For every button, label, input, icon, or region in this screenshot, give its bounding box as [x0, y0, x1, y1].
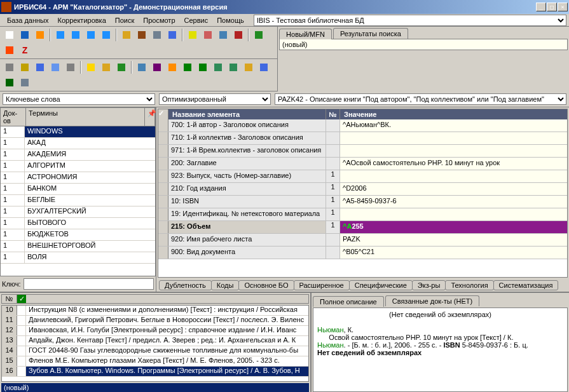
books-icon[interactable]	[135, 28, 149, 42]
menu-просмотр[interactable]: Просмотр	[139, 15, 179, 25]
tool4-icon[interactable]	[48, 60, 62, 74]
terms-grid[interactable]: 1WINDOWS1АКАД1АКАДЕМИЯ1АЛГОРИТМ1АСТРОНОМ…	[0, 126, 156, 276]
menu-корректировка[interactable]: Корректировка	[53, 15, 111, 25]
undo-icon[interactable]	[33, 28, 47, 42]
tool19-icon[interactable]	[18, 76, 32, 90]
tool11-icon[interactable]	[165, 60, 179, 74]
tool1-icon[interactable]	[3, 60, 17, 74]
tool9-icon[interactable]	[135, 60, 149, 74]
tool7-icon[interactable]	[99, 60, 113, 74]
first-icon[interactable]	[53, 28, 67, 42]
term-row[interactable]: 1АЛГОРИТМ	[1, 161, 155, 172]
save-icon[interactable]	[18, 28, 32, 42]
term-row[interactable]: 1БЮДЖЕТОВ	[1, 229, 155, 241]
worksheet-tab[interactable]: Экз-ры	[412, 280, 446, 290]
field-row[interactable]: 923: Выпуск, часть (Номер-заглавие)1	[158, 170, 567, 183]
rec-header-check-icon[interactable]: ✓	[17, 295, 26, 303]
worksheet-select[interactable]: PAZK42 - Описание книги "Под автором", "…	[275, 93, 566, 105]
field-row[interactable]: 900: Вид документа^B05^C21	[158, 247, 567, 259]
menu-сервис[interactable]: Сервис	[180, 15, 213, 25]
field-row[interactable]: 215: Объем1^A255	[158, 221, 567, 234]
term-row[interactable]: 1ВНЕШНЕТОРГОВОЙ	[1, 241, 155, 252]
field-row[interactable]: 10: ISBN1^A5-8459-0937-6	[158, 196, 567, 208]
tool10-icon[interactable]	[150, 60, 164, 74]
record-row[interactable]: 16Зубов А.В. Компьютер. Windows. Програм…	[2, 367, 308, 377]
tool8-icon[interactable]	[114, 60, 128, 74]
term-row[interactable]: 1БЫТОВОГО	[1, 218, 155, 229]
menu-поиск[interactable]: Поиск	[111, 15, 139, 25]
record-row[interactable]: 13Апдайк, Джон. Кентавр [Текст] / предис…	[2, 336, 308, 346]
cut-icon[interactable]	[201, 28, 215, 42]
worksheet-tab[interactable]: Систематизация	[493, 280, 559, 290]
fields-grid[interactable]: ✓ Название элемента № Значение 700: 1-й …	[158, 109, 568, 278]
field-row[interactable]: 700: 1-й автор - Заголовок описания^AНью…	[158, 119, 567, 132]
pin-icon[interactable]: 📌	[145, 108, 155, 126]
print-icon[interactable]	[150, 28, 164, 42]
field-row[interactable]: 19: Идентификац. № нетекстового материал…	[158, 208, 567, 221]
preview-icon[interactable]	[165, 28, 179, 42]
tool14-icon[interactable]	[211, 60, 225, 74]
tab-search-results[interactable]: Результаты поиска	[333, 28, 408, 39]
worksheet-tab[interactable]: Расширенное	[294, 280, 350, 290]
next-icon[interactable]	[84, 28, 98, 42]
field-row[interactable]: 210: Год издания1^D2006	[158, 183, 567, 196]
tool5-icon[interactable]	[64, 60, 78, 74]
copy-icon[interactable]	[186, 28, 200, 42]
prev-icon[interactable]	[69, 28, 83, 42]
term-row[interactable]: 1БУХГАЛТЕРСКИЙ	[1, 206, 155, 218]
tab-related-docs[interactable]: Связанные док-ты (НЕТ)	[385, 295, 479, 306]
view-mode-select[interactable]: Оптимизированный	[159, 93, 271, 105]
minimize-button[interactable]: _	[536, 3, 546, 11]
term-row[interactable]: 1АКАДЕМИЯ	[1, 149, 155, 161]
field-row[interactable]: 200: Заглавие^AОсвой самостоятельно PHP.…	[158, 158, 567, 170]
worksheet-tab[interactable]: Технология	[445, 280, 493, 290]
term-row[interactable]: 1ВОЛЯ	[1, 252, 155, 264]
tool16-icon[interactable]	[242, 60, 256, 74]
term-row[interactable]: 1WINDOWS	[1, 126, 155, 138]
menu-помощь[interactable]: Помощь	[212, 15, 249, 25]
field-row[interactable]: 710: 1-й коллектив - Заголовок описания	[158, 132, 567, 145]
last-icon[interactable]	[99, 28, 113, 42]
rec-header-num[interactable]: №	[2, 295, 17, 303]
record-row[interactable]: 14ГОСТ 20448-90 Газы углеводородные сжиж…	[2, 346, 308, 356]
worksheet-tab[interactable]: Специфические	[349, 280, 413, 290]
record-row[interactable]: 15Фленов М.Е. Компьютер глазами Хакера […	[2, 356, 308, 367]
z-icon[interactable]: Z	[18, 43, 32, 57]
book-icon[interactable]	[120, 28, 134, 42]
field-row[interactable]: 971: 1-й Врем.коллектив - заголовок опис…	[158, 145, 567, 158]
worksheet-tab[interactable]: Основное БО	[238, 280, 294, 290]
close-button[interactable]: ×	[558, 3, 568, 11]
records-grid[interactable]: 10Инструкция N8 (с изменениями и дополне…	[1, 305, 309, 382]
key-input[interactable]	[24, 278, 154, 290]
worksheet-tab[interactable]: Коды	[211, 280, 240, 290]
database-select[interactable]: IBIS - Тестовая библиотечная БД	[254, 15, 566, 26]
field-row[interactable]: 920: Имя рабочего листаPAZK	[158, 234, 567, 247]
tab-new-mfn[interactable]: Новый/MFN	[279, 29, 332, 39]
search-mode-select[interactable]: Ключевые слова	[3, 93, 155, 105]
term-row[interactable]: 1БЕГЛЫЕ	[1, 195, 155, 206]
new-icon[interactable]	[3, 28, 17, 42]
tab-full-description[interactable]: Полное описание	[313, 296, 384, 307]
term-row[interactable]: 1БАНКОМ	[1, 184, 155, 195]
tool18-icon[interactable]	[3, 76, 17, 90]
tool6-icon[interactable]	[84, 60, 98, 74]
maximize-button[interactable]: □	[547, 3, 557, 11]
record-row[interactable]: 10Инструкция N8 (с изменениями и дополне…	[2, 306, 308, 316]
spell-icon[interactable]	[3, 43, 17, 57]
tool12-icon[interactable]	[181, 60, 195, 74]
globe-icon[interactable]	[252, 28, 266, 42]
record-row[interactable]: 12Ивановская, И.Н. Голуби [Электронный р…	[2, 326, 308, 336]
menu-база данных[interactable]: База данных	[3, 15, 53, 25]
paste-icon[interactable]	[216, 28, 230, 42]
record-row[interactable]: 11Данилевский, Григорий Петрович. Беглые…	[2, 316, 308, 326]
delete-icon[interactable]	[231, 28, 245, 42]
term-row[interactable]: 1АКАД	[1, 138, 155, 149]
worksheet-tab[interactable]: Дублетность	[159, 280, 212, 290]
tool2-icon[interactable]	[18, 60, 32, 74]
tool3-icon[interactable]	[33, 60, 47, 74]
terms-header-count[interactable]: Док-ов	[1, 108, 26, 126]
tool15-icon[interactable]	[226, 60, 240, 74]
tool13-icon[interactable]	[196, 60, 210, 74]
terms-header-term[interactable]: Термины	[26, 108, 145, 126]
term-row[interactable]: 1АСТРОНОМИЯ	[1, 172, 155, 184]
